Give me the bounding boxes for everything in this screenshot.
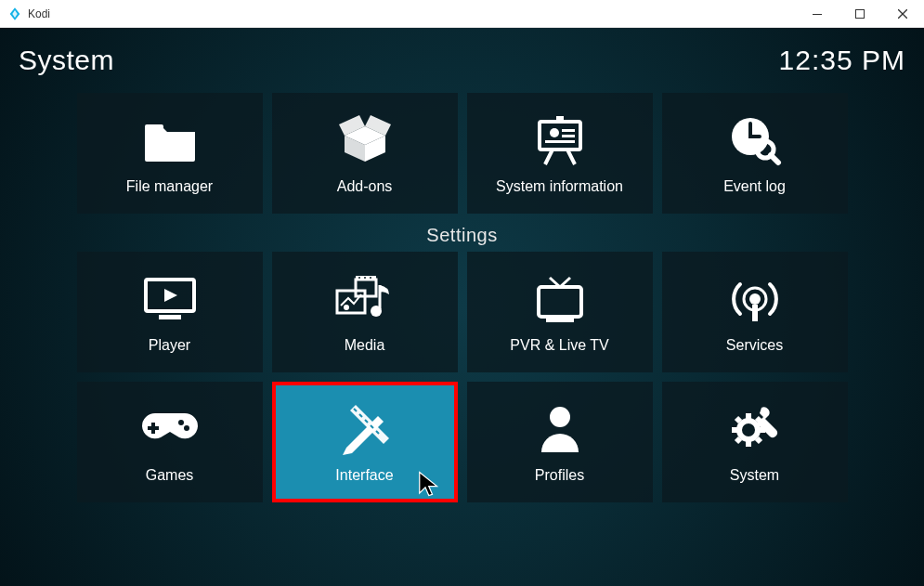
svg-point-20 (370, 277, 371, 279)
tile-label: File manager (126, 178, 213, 195)
tile-label: Interface (335, 467, 393, 484)
svg-rect-23 (546, 319, 574, 322)
tile-label: PVR & Live TV (510, 337, 608, 354)
svg-point-6 (550, 128, 559, 137)
tile-system-information[interactable]: System information (467, 93, 653, 214)
svg-rect-7 (562, 129, 575, 132)
open-box-icon (337, 111, 393, 169)
svg-point-24 (749, 293, 761, 305)
design-tools-icon (337, 400, 393, 458)
svg-point-31 (550, 407, 570, 427)
settings-section-label: Settings (0, 225, 924, 246)
svg-line-37 (736, 418, 740, 422)
svg-point-32 (739, 421, 758, 439)
tile-label: System information (496, 178, 623, 195)
user-icon (538, 400, 582, 458)
tile-services[interactable]: Services (662, 252, 848, 372)
tile-label: Media (345, 337, 385, 354)
tile-label: Services (726, 337, 783, 354)
tile-label: Player (149, 337, 190, 354)
tile-label: Event log (723, 178, 786, 195)
tile-add-ons[interactable]: Add-ons (272, 93, 458, 214)
tile-label: Games (146, 467, 194, 484)
tv-icon (533, 270, 587, 328)
maximize-button[interactable] (839, 0, 881, 28)
folder-icon (142, 111, 198, 169)
svg-rect-9 (545, 140, 575, 143)
svg-point-15 (344, 305, 349, 310)
tile-games[interactable]: Games (77, 382, 263, 502)
close-button[interactable] (881, 0, 924, 28)
svg-point-18 (358, 277, 360, 279)
svg-point-19 (364, 277, 366, 279)
tile-event-log[interactable]: Event log (662, 93, 848, 214)
tile-media[interactable]: Media (272, 252, 458, 372)
svg-line-38 (757, 438, 761, 442)
tile-file-manager[interactable]: File manager (77, 93, 263, 214)
tile-label: Add-ons (337, 178, 393, 195)
titlebar: Kodi (0, 0, 924, 28)
svg-rect-22 (539, 287, 581, 317)
clock: 12:35 PM (779, 45, 905, 76)
tile-label: Profiles (535, 467, 584, 484)
presentation-icon (534, 111, 586, 169)
gamepad-icon (140, 400, 200, 458)
svg-rect-13 (159, 315, 181, 319)
kodi-app-icon (7, 7, 22, 21)
svg-point-21 (371, 306, 382, 317)
player-monitor-icon (142, 270, 198, 328)
svg-rect-28 (148, 426, 159, 430)
svg-rect-8 (562, 135, 575, 137)
svg-rect-0 (813, 14, 822, 15)
tile-interface[interactable]: Interface (272, 382, 458, 502)
svg-point-29 (178, 420, 184, 425)
tile-pvr-live-tv[interactable]: PVR & Live TV (467, 252, 653, 372)
kodi-system-screen: System 12:35 PM File manager Add-ons Sys… (0, 28, 924, 586)
minimize-button[interactable] (796, 0, 839, 28)
svg-rect-26 (752, 305, 758, 321)
svg-line-39 (736, 438, 740, 442)
svg-point-30 (184, 425, 189, 431)
page-title: System (19, 45, 114, 76)
gear-tools-icon (728, 400, 782, 458)
tile-system[interactable]: System (662, 382, 848, 502)
tile-player[interactable]: Player (77, 252, 263, 372)
svg-rect-1 (856, 10, 865, 19)
tile-label: System (730, 467, 779, 484)
tile-profiles[interactable]: Profiles (467, 382, 653, 502)
media-icon (335, 270, 395, 328)
clock-search-icon (728, 111, 782, 169)
broadcast-icon (729, 270, 781, 328)
window-title: Kodi (28, 7, 50, 20)
